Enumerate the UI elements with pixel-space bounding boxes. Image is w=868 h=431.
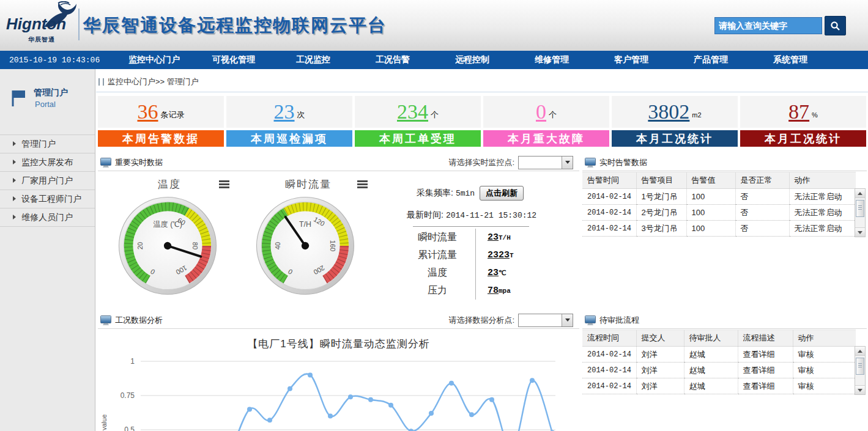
column-header: 动作 xyxy=(789,172,856,189)
approvals-scrollbar[interactable] xyxy=(855,346,866,395)
logo-text: Hignton xyxy=(6,15,66,34)
reading-label: 压力 xyxy=(407,284,468,297)
stat-value-link[interactable]: 36 xyxy=(138,100,158,123)
nav-item-product[interactable]: 产品管理 xyxy=(671,54,751,65)
cell-alarm-item: 3号龙门吊 xyxy=(636,221,686,237)
realtime-panel-header: 重要实时数据 请选择实时监控点: xyxy=(98,154,579,171)
reading-row-pressure: 压力 78mpa xyxy=(407,282,577,300)
analysis-panel-header: 工况数据分析 请选择数据分析点: xyxy=(98,312,579,329)
scroll-down-icon xyxy=(858,389,862,392)
column-header: 告警值 xyxy=(686,172,735,189)
breadcrumb-text[interactable]: 监控中心门户>> 管理门户 xyxy=(108,76,199,87)
nav-item-monitor-center[interactable]: 监控中心门户 xyxy=(114,54,194,65)
nav-item-condition-alarm[interactable]: 工况告警 xyxy=(353,54,432,65)
stat-value-link[interactable]: 234 xyxy=(397,100,428,123)
sidebar-item-big-screen[interactable]: 监控大屏发布 xyxy=(0,153,95,172)
cell-alarm-normal: 否 xyxy=(735,221,789,237)
reading-value[interactable]: 78 xyxy=(488,285,499,296)
chevron-down-icon xyxy=(565,319,570,322)
cell-audit-link[interactable]: 审核 xyxy=(793,363,856,378)
page: Hignton 华辰智通 华辰智通设备远程监控物联网云平台 2015-10-19… xyxy=(0,0,868,431)
monitor-point-select[interactable] xyxy=(518,156,573,169)
cell-audit-link[interactable]: 审核 xyxy=(793,347,856,363)
column-header: 待审批人 xyxy=(684,330,738,347)
reading-unit: T/H xyxy=(499,234,511,241)
logo-subtext: 华辰智通 xyxy=(28,35,55,44)
search-input[interactable] xyxy=(714,17,822,34)
nav-item-condition-monitor[interactable]: 工况监控 xyxy=(273,54,353,65)
gauge-menu-icon[interactable] xyxy=(357,180,368,190)
table-row: 2014-02-14 3号龙门吊 100 否 无法正常启动 xyxy=(582,221,856,237)
scrollbar-thumb[interactable] xyxy=(856,200,864,217)
stat-card-weekly-inspection: 23 次 本周巡检漏项 xyxy=(226,96,352,147)
sidebar-item-admin-portal[interactable]: 管理门户 xyxy=(0,134,95,153)
stat-value-box: 234 个 xyxy=(355,96,481,128)
stat-unit: m2 xyxy=(692,111,701,119)
stat-value-link[interactable]: 3802 xyxy=(648,100,689,123)
gauge-menu-icon[interactable] xyxy=(219,180,229,190)
cell-audit-link[interactable]: 审核 xyxy=(793,378,856,394)
stat-label: 本周巡检漏项 xyxy=(226,130,352,147)
scroll-down-button[interactable] xyxy=(855,385,865,394)
sidebar-item-repair-portal[interactable]: 维修人员门户 xyxy=(0,208,95,227)
realtime-panel: 重要实时数据 请选择实时监控点: 温度 瞬时流量 xyxy=(98,154,579,309)
gauge-tick-label: 80 xyxy=(191,242,199,249)
scroll-down-icon xyxy=(858,231,862,234)
dropdown-button[interactable] xyxy=(562,314,573,326)
monitor-icon xyxy=(100,158,111,168)
reading-unit: T xyxy=(510,252,514,259)
search-bar xyxy=(714,16,846,35)
cell-alarm-value: 100 xyxy=(686,221,735,237)
sidebar-item-engineer-portal[interactable]: 设备工程师门户 xyxy=(0,190,95,208)
gauge-tick-label: 20 xyxy=(136,242,144,249)
cell-detail-link[interactable]: 查看详细 xyxy=(738,363,793,378)
cell-submitter: 刘洋 xyxy=(636,347,684,363)
reading-label: 累计流量 xyxy=(407,249,468,262)
cell-approver: 赵城 xyxy=(684,363,738,378)
frequency-label: 采集频率: xyxy=(417,188,453,199)
scrollbar-thumb[interactable] xyxy=(856,358,864,375)
nav-item-maintenance[interactable]: 维修管理 xyxy=(512,54,592,65)
scroll-down-button[interactable] xyxy=(855,227,865,237)
reading-value[interactable]: 23 xyxy=(488,268,499,278)
panel-title: 待审批流程 xyxy=(599,315,639,326)
alarms-panel: 实时告警数据 告警时间 告警项目 告警值 是否正常 动作 2014-02-14 … xyxy=(582,154,867,309)
breadcrumb-rule xyxy=(96,92,868,92)
sidebar-item-vendor-portal[interactable]: 厂家用户门户 xyxy=(0,172,95,190)
stat-card-monthly-condition-pct: 87 % 本月工况统计 xyxy=(740,96,866,147)
cell-detail-link[interactable]: 查看详细 xyxy=(738,347,793,363)
stat-unit: % xyxy=(812,111,818,119)
column-header: 是否正常 xyxy=(735,172,789,189)
stat-value-link[interactable]: 23 xyxy=(274,100,295,123)
alarms-scrollbar[interactable] xyxy=(855,188,866,237)
reading-value[interactable]: 2323 xyxy=(488,250,510,260)
latest-time-value: 2014-11-21 15:30:12 xyxy=(446,211,536,220)
cell-flow-time: 2014-02-14 xyxy=(582,347,636,363)
stat-value-link[interactable]: 87 xyxy=(788,100,809,123)
nav-item-system[interactable]: 系统管理 xyxy=(751,54,830,65)
scroll-up-button[interactable] xyxy=(855,347,865,356)
column-header: 流程描述 xyxy=(738,330,793,347)
dropdown-button[interactable] xyxy=(562,157,573,169)
approvals-panel-header: 待审批流程 xyxy=(582,312,867,329)
stat-value-box: 87 % xyxy=(740,96,866,128)
breadcrumb-icon xyxy=(98,78,104,86)
nav-item-remote-control[interactable]: 远程控制 xyxy=(432,54,512,65)
table-row: 2014-02-14 1号龙门吊 100 否 无法正常启动 xyxy=(582,189,856,205)
nav-item-visualization[interactable]: 可视化管理 xyxy=(194,54,273,65)
panel-title: 重要实时数据 xyxy=(115,157,163,168)
analysis-panel: 工况数据分析 请选择数据分析点: 【电厂1号线】瞬时流量动态监测分析 10.75… xyxy=(98,312,579,431)
main-content: 监控中心门户>> 管理门户 36 条记录 本周告警数据 23 次 本周巡检漏项 xyxy=(96,69,868,431)
cell-detail-link[interactable]: 查看详细 xyxy=(738,378,793,394)
readings-rule xyxy=(413,226,529,227)
reading-value[interactable]: 23 xyxy=(488,232,499,243)
cell-submitter: 刘洋 xyxy=(636,378,684,394)
analysis-point-select[interactable] xyxy=(518,314,573,327)
stat-value-link[interactable]: 0 xyxy=(536,100,546,123)
monitor-icon xyxy=(585,315,596,325)
temperature-gauge: 0 20 60 80 100 温度 (℃) xyxy=(116,194,219,297)
nav-item-customer[interactable]: 客户管理 xyxy=(592,54,671,65)
scroll-up-button[interactable] xyxy=(855,189,865,198)
search-button[interactable] xyxy=(825,16,846,35)
refresh-button[interactable]: 点击刷新 xyxy=(480,186,524,201)
